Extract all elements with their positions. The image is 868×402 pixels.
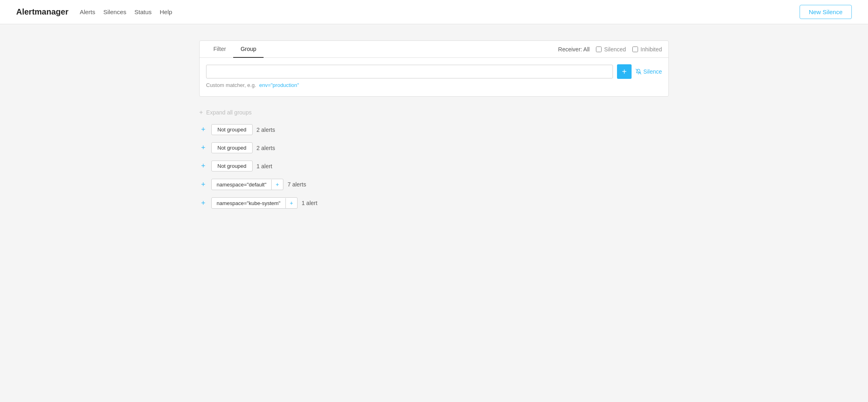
silence-link-text: Silence — [643, 68, 662, 75]
nav-silences[interactable]: Silences — [103, 8, 126, 15]
hint-text: Custom matcher, e.g. env="production" — [206, 82, 662, 88]
nav-help[interactable]: Help — [160, 8, 172, 15]
group-row: +Not grouped2 alerts — [199, 124, 669, 135]
navbar: Alertmanager Alerts Silences Status Help… — [0, 0, 868, 24]
group-expand-button[interactable]: + — [199, 144, 207, 152]
inhibited-label: Inhibited — [640, 46, 662, 53]
group-row: +namespace="default"+7 alerts — [199, 179, 669, 190]
alerts-count: 2 alerts — [257, 127, 275, 133]
groups-section: + Expand all groups +Not grouped2 alerts… — [199, 109, 669, 209]
group-tag-plus-button[interactable]: + — [272, 179, 283, 190]
new-silence-button[interactable]: New Silence — [800, 5, 852, 19]
group-expand-button[interactable]: + — [199, 125, 207, 134]
navbar-left: Alertmanager Alerts Silences Status Help — [16, 7, 172, 17]
group-row: +namespace="kube-system"+1 alert — [199, 197, 669, 209]
group-expand-button[interactable]: + — [199, 180, 207, 189]
silence-link[interactable]: Silence — [636, 68, 662, 75]
group-tag: Not grouped — [211, 124, 253, 135]
group-tag-with-plus: namespace="default"+ — [211, 179, 283, 190]
group-row: +Not grouped2 alerts — [199, 142, 669, 153]
hint-code: env="production" — [259, 82, 299, 88]
silenced-checkbox-label[interactable]: Silenced — [596, 46, 626, 53]
groups-container: +Not grouped2 alerts+Not grouped2 alerts… — [199, 124, 669, 209]
main-content: Filter Group Receiver: All Silenced Inhi… — [191, 24, 677, 232]
filter-tabs-left: Filter Group — [206, 41, 264, 57]
nav-alerts[interactable]: Alerts — [80, 8, 95, 15]
group-tag-with-plus: namespace="kube-system"+ — [211, 197, 298, 209]
tab-filter[interactable]: Filter — [206, 41, 233, 58]
group-tag: Not grouped — [211, 142, 253, 153]
group-expand-button[interactable]: + — [199, 162, 207, 170]
group-tag: Not grouped — [211, 161, 253, 171]
nav-status[interactable]: Status — [134, 8, 152, 15]
filter-input-row: + Silence — [206, 64, 662, 79]
group-tag-plus-button[interactable]: + — [286, 198, 297, 208]
alerts-count: 1 alert — [257, 163, 272, 169]
filter-input[interactable] — [206, 65, 613, 78]
svg-line-0 — [636, 69, 641, 74]
alerts-count: 1 alert — [302, 200, 317, 206]
group-expand-button[interactable]: + — [199, 199, 207, 207]
nav-links: Alerts Silences Status Help — [80, 8, 172, 15]
brand: Alertmanager — [16, 7, 68, 17]
group-tag-text: namespace="kube-system" — [212, 198, 286, 208]
silenced-label: Silenced — [604, 46, 626, 53]
expand-all-label: Expand all groups — [206, 109, 251, 116]
alerts-count: 2 alerts — [257, 145, 275, 151]
alerts-count: 7 alerts — [287, 181, 306, 188]
add-filter-button[interactable]: + — [617, 64, 632, 79]
receiver-label: Receiver: All — [558, 46, 590, 53]
expand-all-row[interactable]: + Expand all groups — [199, 109, 669, 116]
inhibited-checkbox[interactable] — [632, 47, 638, 52]
group-tag-text: namespace="default" — [212, 180, 272, 190]
filter-tabs-right: Receiver: All Silenced Inhibited — [558, 46, 662, 53]
filter-card: Filter Group Receiver: All Silenced Inhi… — [199, 40, 669, 97]
hint-prefix: Custom matcher, e.g. — [206, 82, 256, 88]
filter-tabs: Filter Group Receiver: All Silenced Inhi… — [200, 41, 668, 58]
silence-icon — [636, 69, 641, 74]
inhibited-checkbox-label[interactable]: Inhibited — [632, 46, 662, 53]
tab-group[interactable]: Group — [233, 41, 264, 58]
group-row: +Not grouped1 alert — [199, 161, 669, 171]
expand-all-icon: + — [199, 109, 203, 116]
silenced-checkbox[interactable] — [596, 47, 602, 52]
filter-body: + Silence Custom matcher, e.g. env="prod… — [200, 58, 668, 96]
